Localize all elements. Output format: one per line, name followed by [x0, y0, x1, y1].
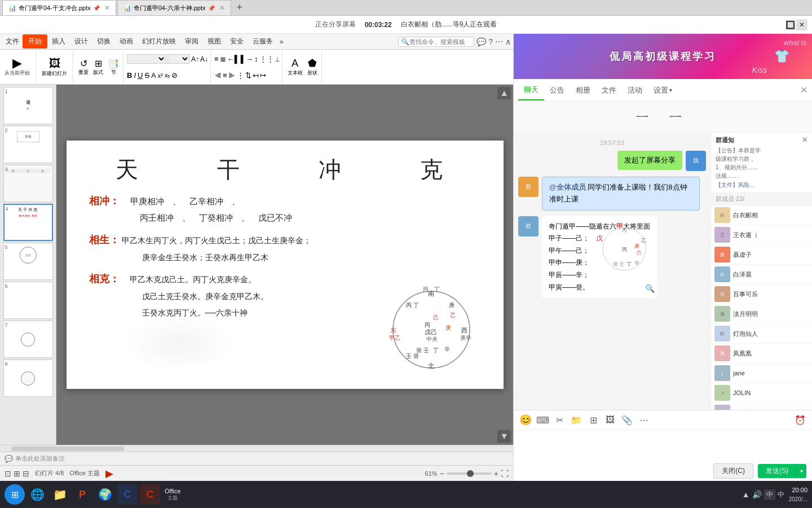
clip-btn[interactable]: 📎 — [620, 413, 634, 427]
sharing-close[interactable]: ✕ — [796, 19, 807, 30]
toolbar-btn-reset[interactable]: ↺ 重置 — [77, 58, 90, 77]
close-btn[interactable]: 关闭(C) — [713, 463, 753, 479]
scroll-down[interactable]: ▼ — [497, 430, 511, 443]
ribbon-tab-animation[interactable]: 动画 — [115, 34, 138, 49]
text-direction-btn[interactable]: ⟂ — [275, 55, 280, 63]
send-btn[interactable]: 发送(S) — [758, 464, 796, 478]
tab-ppt2-close[interactable]: ✕ — [219, 4, 225, 12]
member-item-2[interactable]: 王 王衣遁（ — [711, 225, 812, 245]
taskbar-cisdem[interactable]: C — [117, 484, 138, 505]
fullscreen-btn[interactable]: ⛶ — [501, 469, 509, 478]
zoom-plus[interactable]: + — [494, 469, 498, 478]
new-tab-btn[interactable]: + — [232, 0, 248, 15]
align-right-btn[interactable]: ⫸ — [228, 71, 236, 80]
slide-thumb-4[interactable]: 4 天干冲克 相冲 相生 相克 — [3, 204, 53, 241]
scissors-btn[interactable]: ✂ — [552, 413, 567, 427]
bold-btn[interactable]: B — [127, 71, 132, 80]
folder-btn[interactable]: 📁 — [569, 413, 584, 427]
toolbar-btn-textbox[interactable]: A 文本框 — [286, 57, 304, 77]
sharing-minimize[interactable]: 🔲 — [785, 20, 795, 29]
chat-nav-liao-tian[interactable]: 聊天 — [518, 80, 544, 100]
toolbar-btn-section[interactable]: 📑 节 — [106, 58, 121, 77]
font-size-up[interactable]: A↑ — [191, 55, 199, 63]
tab-ppt1[interactable]: 📊 奇门遁甲04-干支冲合.pptx 📌 ✕ — [2, 0, 116, 15]
member-list[interactable]: 白 白衣郦相 王 王衣遁（ 聂 聂虚子 白 白泽晨 — [711, 205, 812, 410]
slide-thumb-5[interactable]: 5 五行 — [3, 243, 53, 280]
bullet-list-btn[interactable]: ≡ — [214, 55, 219, 63]
send-dropdown-btn[interactable]: ▾ — [796, 464, 806, 478]
notes-placeholder[interactable]: 单击此处添加备注 — [15, 454, 65, 463]
ribbon-more-icon[interactable]: ⋯ — [495, 37, 503, 46]
toolbar-btn-start[interactable]: ▶ 从当前开始 — [2, 56, 32, 78]
send-btn-group[interactable]: 发送(S) ▾ — [758, 464, 806, 478]
superscript-btn[interactable]: x² — [158, 72, 163, 79]
tray-network[interactable]: ▲ — [742, 490, 750, 499]
columns-btn[interactable]: ⋮⋮ — [259, 55, 274, 63]
ribbon-tab-review[interactable]: 审阅 — [180, 34, 203, 49]
taskbar-explorer[interactable]: 📁 — [50, 484, 70, 505]
keyboard-btn[interactable]: ⌨ — [535, 413, 550, 427]
ribbon-help-icon[interactable]: ? — [488, 37, 493, 46]
play-btn[interactable]: ▶ — [105, 467, 113, 480]
indent-less-btn[interactable]: ↤ — [253, 71, 259, 80]
member-item-1[interactable]: 白 白衣郦相 — [711, 205, 812, 225]
emoji-btn[interactable]: 😊 — [518, 413, 533, 427]
indent-more-btn[interactable]: ↦ — [260, 71, 266, 80]
member-item-6[interactable]: 淡 淡月明明 — [711, 304, 812, 324]
toolbar-btn-shape[interactable]: ⬟ 形状 — [306, 56, 319, 77]
numbered-list-btn[interactable]: ≣ — [220, 55, 226, 63]
ribbon-comment-icon[interactable]: 💬 — [476, 37, 486, 46]
toolbar-btn-layout[interactable]: ⊞ 版式 — [91, 58, 105, 77]
ribbon-search-box[interactable]: 🔍 — [398, 37, 474, 47]
member-item-8[interactable]: 凤 凤凰凰 — [711, 344, 812, 364]
clear-format-btn[interactable]: ⊘ — [171, 71, 178, 80]
zoom-minus[interactable]: − — [440, 469, 444, 478]
ribbon-tab-design[interactable]: 设计 — [70, 34, 92, 49]
slide-thumb-7[interactable]: 7 — [3, 321, 53, 358]
ribbon-tab-cloud[interactable]: 云服务 — [248, 34, 277, 49]
member-item-10[interactable]: J JOLIN — [711, 383, 812, 403]
view-read-icon[interactable]: ⊟ — [23, 469, 29, 478]
slide-thumb-6[interactable]: 6 — [3, 282, 53, 319]
ribbon-tab-transition[interactable]: 切换 — [92, 34, 115, 49]
more-btn[interactable]: ⋯ — [637, 413, 651, 427]
toolbar-btn-newslide[interactable]: 🖼 新建幻灯片 — [39, 56, 69, 78]
tray-sound[interactable]: 🔊 — [752, 490, 762, 499]
notice-close-btn[interactable]: ✕ — [802, 136, 807, 144]
taskbar-ppt-app[interactable]: P — [72, 484, 92, 505]
italic-btn[interactable]: I — [134, 71, 136, 80]
justify-btn[interactable]: ⋮ — [237, 71, 244, 80]
taskbar-browser[interactable]: 🌍 — [95, 484, 115, 505]
member-item-9[interactable]: j jane — [711, 364, 812, 383]
font-size-down[interactable]: A↓ — [200, 55, 208, 63]
member-item-11[interactable]: 刘 刘泽东 — [711, 403, 812, 410]
chat-nav-huo-dong[interactable]: 活动 — [622, 81, 648, 100]
tray-input[interactable]: 中 — [764, 489, 775, 500]
chat-input[interactable] — [514, 430, 812, 461]
clock-btn[interactable]: ⏰ — [793, 413, 807, 427]
scroll-up[interactable]: ▲ — [497, 87, 511, 99]
slide-thumb-3[interactable]: 3 甲 子 丑 — [3, 165, 53, 202]
taskbar-file-manager[interactable]: 🌐 — [27, 484, 47, 505]
tab-ppt2[interactable]: 📊 奇门遁甲04-六亲十神.pptx 📌 ✕ — [117, 0, 231, 15]
font-size-select[interactable] — [167, 54, 190, 64]
member-item-5[interactable]: 百 百事可乐 — [711, 284, 812, 304]
slide-hscrollbar[interactable] — [0, 445, 513, 452]
increase-indent-btn[interactable]: ▌→ — [241, 55, 253, 63]
ribbon-tab-file[interactable]: 文件 — [2, 34, 23, 49]
member-item-3[interactable]: 聂 聂虚子 — [711, 245, 812, 265]
font-color-btn[interactable]: A — [151, 71, 156, 80]
ribbon-tab-insert[interactable]: 插入 — [47, 34, 70, 49]
align-center-btn[interactable]: ≡ — [223, 71, 227, 80]
chat-nav-wen-jian[interactable]: 文件 — [596, 81, 622, 100]
ribbon-tab-start[interactable]: 开始 — [23, 34, 47, 49]
member-item-7[interactable]: 灯 灯泡仙人 — [711, 324, 812, 344]
row-spacing-btn[interactable]: ⇅ — [245, 71, 251, 80]
subscript-btn[interactable]: x₂ — [165, 72, 170, 79]
taskbar-cisdem2[interactable]: C — [140, 484, 160, 505]
underline-btn[interactable]: U — [138, 71, 143, 80]
ribbon-tab-more[interactable]: » — [277, 36, 286, 48]
tab-ppt1-close[interactable]: ✕ — [104, 4, 110, 12]
chat-nav-gong-gao[interactable]: 公告 — [544, 81, 570, 100]
chat-nav-she-zhi[interactable]: 设置 ▾ — [648, 81, 678, 100]
